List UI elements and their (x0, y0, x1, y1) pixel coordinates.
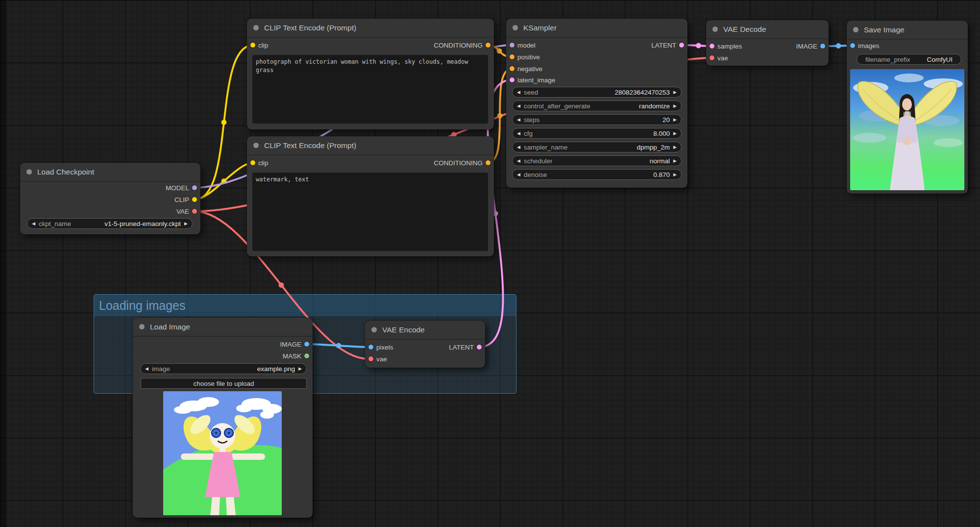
latent-output-dot[interactable] (679, 43, 684, 48)
input-slot-images: images (847, 40, 880, 51)
node-title: KSampler (523, 24, 557, 32)
slot-label: IMAGE (280, 341, 301, 348)
widget-value: 20 (662, 116, 670, 124)
mask-output-dot[interactable] (304, 353, 309, 358)
node-title: CLIP Text Encode (Prompt) (264, 141, 356, 150)
output-slot-image: IMAGE (796, 41, 829, 51)
slot-label: latent_image (517, 76, 555, 84)
collapse-dot-icon[interactable] (26, 169, 32, 175)
cfg-widget[interactable]: cfg 8.000 (512, 128, 682, 139)
input-slot-negative: negative (506, 63, 542, 74)
collapse-dot-icon[interactable] (139, 324, 145, 329)
vae-output-dot[interactable] (192, 209, 197, 214)
node-load-image[interactable]: Load Image IMAGE MASK image example.png … (133, 318, 313, 518)
scheduler-widget[interactable]: scheduler normal (512, 155, 682, 166)
clip-input-dot[interactable] (250, 43, 255, 48)
model-input-dot[interactable] (510, 43, 514, 48)
input-slot-model: model (506, 40, 536, 50)
node-titlebar[interactable]: KSampler (506, 19, 687, 38)
clip-output-dot[interactable] (192, 197, 197, 202)
node-titlebar[interactable]: VAE Decode (706, 20, 829, 39)
collapse-dot-icon[interactable] (853, 27, 858, 32)
collapse-dot-icon[interactable] (712, 26, 718, 32)
widget-label: scheduler (524, 157, 553, 165)
steps-widget[interactable]: steps 20 (512, 114, 682, 125)
widget-label: denoise (524, 171, 547, 178)
node-clip-text-encode-negative[interactable]: CLIP Text Encode (Prompt) clip CONDITION… (247, 136, 494, 256)
collapse-dot-icon[interactable] (253, 25, 259, 30)
negative-input-dot[interactable] (510, 66, 514, 71)
widget-value: v1-5-pruned-emaonly.ckpt (104, 220, 181, 227)
node-titlebar[interactable]: CLIP Text Encode (Prompt) (247, 19, 494, 38)
clip-input-dot[interactable] (250, 160, 255, 165)
model-output-dot[interactable] (192, 185, 197, 190)
node-titlebar[interactable]: Load Checkpoint (20, 163, 200, 182)
slot-label: vae (717, 54, 728, 62)
output-slot-clip: CLIP (174, 194, 200, 205)
widget-value: randomize (639, 102, 670, 110)
widget-value: ComfyUI (927, 56, 953, 63)
seed-widget[interactable]: seed 280823642470253 (512, 87, 682, 98)
input-slot-vae: vae (706, 52, 728, 63)
slot-label: clip (258, 42, 268, 49)
samples-input-dot[interactable] (710, 44, 714, 49)
node-title: Load Image (150, 323, 190, 331)
slot-label: images (858, 42, 880, 50)
control-after-generate-widget[interactable]: control_after_generate randomize (512, 100, 682, 111)
output-slot-latent: LATENT (449, 342, 485, 352)
collapse-dot-icon[interactable] (253, 143, 259, 148)
widget-value: 280823642470253 (614, 89, 670, 96)
collapse-dot-icon[interactable] (513, 25, 518, 30)
positive-prompt-textarea[interactable]: photograph of victorian woman with wings… (252, 55, 488, 124)
group-titlebar[interactable]: Loading images (94, 295, 516, 316)
latent-output-dot[interactable] (477, 345, 482, 350)
load-image-preview (163, 391, 282, 515)
node-titlebar[interactable]: Save Image (847, 21, 968, 40)
ckpt-name-widget[interactable]: ckpt_name v1-5-pruned-emaonly.ckpt (27, 218, 193, 229)
node-ksampler[interactable]: KSampler model positive negative latent_… (506, 19, 687, 188)
node-titlebar[interactable]: CLIP Text Encode (Prompt) (247, 136, 494, 155)
node-title: Load Checkpoint (37, 168, 94, 176)
widget-value: dpmpp_2m (637, 144, 670, 151)
slot-label: negative (517, 65, 542, 73)
node-save-image[interactable]: Save Image images filename_prefix ComfyU… (847, 21, 968, 194)
node-title: Save Image (864, 25, 905, 34)
collapse-dot-icon[interactable] (371, 327, 377, 332)
conditioning-output-dot[interactable] (486, 43, 490, 48)
choose-file-button[interactable]: choose file to upload (141, 378, 307, 389)
save-image-preview (850, 69, 964, 190)
pixels-input-dot[interactable] (368, 345, 373, 350)
latent-image-input-dot[interactable] (510, 77, 514, 82)
node-vae-decode[interactable]: VAE Decode samples vae IMAGE (706, 20, 829, 66)
slot-label: LATENT (449, 344, 474, 351)
group-title: Loading images (99, 299, 186, 313)
images-input-dot[interactable] (850, 43, 855, 48)
graph-canvas[interactable]: Loading images Load Checkpoint MODEL CLI… (0, 0, 980, 527)
slot-label: CONDITIONING (434, 42, 483, 49)
image-output-dot[interactable] (820, 44, 825, 49)
input-slot-vae: vae (365, 353, 387, 364)
output-slot-conditioning: CONDITIONING (434, 157, 494, 168)
negative-prompt-textarea[interactable]: watermark, text (252, 173, 488, 251)
output-slot-mask: MASK (283, 351, 313, 361)
widget-label: filename_prefix (865, 56, 910, 63)
sampler-name-widget[interactable]: sampler_name dpmpp_2m (512, 142, 682, 152)
node-title: VAE Decode (723, 25, 766, 34)
positive-input-dot[interactable] (510, 54, 514, 59)
widget-label: image (152, 365, 170, 373)
vae-input-dot[interactable] (368, 356, 373, 361)
node-titlebar[interactable]: VAE Encode (365, 321, 485, 340)
filename-prefix-widget[interactable]: filename_prefix ComfyUI (857, 54, 961, 65)
image-output-dot[interactable] (304, 342, 309, 347)
output-slot-latent: LATENT (651, 40, 687, 50)
node-vae-encode[interactable]: VAE Encode pixels vae LATENT (365, 321, 485, 368)
vae-input-dot[interactable] (710, 55, 714, 60)
widget-value: 8.000 (653, 130, 670, 137)
slot-label: IMAGE (796, 43, 817, 50)
node-load-checkpoint[interactable]: Load Checkpoint MODEL CLIP VAE ckpt_name… (20, 163, 200, 234)
node-clip-text-encode-positive[interactable]: CLIP Text Encode (Prompt) clip CONDITION… (247, 19, 494, 129)
node-titlebar[interactable]: Load Image (133, 318, 313, 337)
image-file-widget[interactable]: image example.png (140, 363, 307, 374)
conditioning-output-dot[interactable] (486, 160, 490, 165)
denoise-widget[interactable]: denoise 0.870 (512, 169, 682, 180)
